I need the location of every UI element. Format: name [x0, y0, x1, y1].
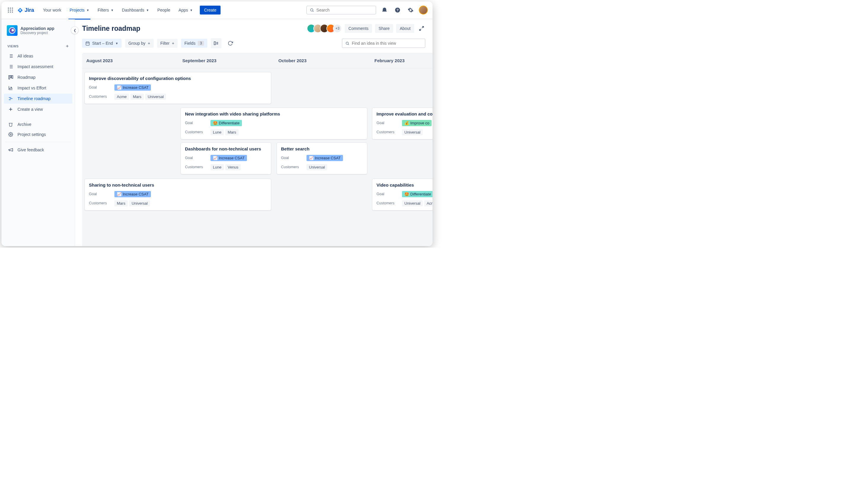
card-title: Sharing to non-technical users	[89, 183, 267, 188]
svg-point-9	[310, 8, 313, 11]
expand-icon[interactable]	[418, 24, 426, 32]
svg-point-5	[12, 10, 13, 11]
sidebar-item-impact-vs-effort[interactable]: Impact vs Effort	[4, 83, 72, 93]
logo-text: Jira	[24, 7, 34, 13]
card-title: New integration with video sharing platf…	[185, 111, 363, 116]
jira-logo[interactable]: Jira	[17, 7, 34, 13]
plus-icon	[7, 107, 14, 112]
customers-label: Customers	[185, 130, 211, 134]
svg-point-32	[12, 88, 12, 89]
search-icon	[310, 8, 314, 13]
svg-line-50	[348, 44, 349, 45]
fields-count-badge: 3	[198, 41, 204, 45]
collaborator-avatars[interactable]: +3	[307, 24, 342, 33]
project-header[interactable]: Appreciation app Discovery project	[4, 24, 72, 41]
app-switcher-icon[interactable]	[6, 6, 15, 14]
trash-icon	[7, 122, 14, 127]
megaphone-icon	[7, 147, 14, 153]
svg-point-6	[8, 12, 9, 13]
card-title: Improve evaluation and co	[377, 111, 433, 116]
sidebar-item-give-feedback[interactable]: Give feedback	[4, 145, 72, 155]
nav-apps[interactable]: Apps▼	[175, 5, 196, 15]
sidebar-item-roadmap[interactable]: Roadmap	[4, 72, 72, 82]
sidebar-item-create-view[interactable]: Create a view	[4, 104, 72, 114]
gear-icon	[7, 132, 14, 137]
chart-icon	[7, 85, 14, 91]
chevron-down-icon: ▼	[115, 42, 118, 45]
svg-line-10	[313, 11, 314, 12]
calendar-icon	[85, 41, 90, 45]
page-title: Timeline roadmap	[82, 24, 140, 33]
share-button[interactable]: Share	[375, 24, 393, 33]
sidebar-item-project-settings[interactable]: Project settings	[4, 130, 72, 139]
svg-rect-26	[11, 76, 12, 78]
goal-tag: 💰 Improve co	[402, 120, 432, 126]
about-button[interactable]: About	[396, 24, 414, 33]
goal-label: Goal	[89, 85, 114, 90]
global-search[interactable]	[306, 6, 376, 15]
nav-dashboards[interactable]: Dashboards▼	[118, 5, 152, 15]
card-title: Video capabilities	[377, 183, 433, 188]
nav-projects[interactable]: Projects▼	[66, 5, 93, 15]
find-idea-search[interactable]	[342, 38, 426, 48]
sidebar-item-impact-assessment[interactable]: Impact assessment	[4, 62, 72, 72]
chevron-down-icon: ▼	[86, 8, 89, 12]
svg-point-30	[10, 88, 11, 89]
sidebar-item-archive[interactable]: Archive	[4, 120, 72, 129]
layout-options-button[interactable]	[211, 38, 221, 48]
chevron-down-icon: ▼	[190, 8, 193, 12]
search-input[interactable]	[316, 8, 373, 13]
sidebar-item-all-ideas[interactable]: All ideas	[4, 51, 72, 61]
search-icon	[345, 41, 349, 45]
customer-tag: Lune	[211, 129, 224, 135]
idea-card[interactable]: Video capabilities Goal 🤩 Differentiate …	[372, 178, 433, 211]
svg-point-49	[346, 42, 348, 44]
goal-tag: 📈 Increase CSAT	[307, 155, 343, 161]
month-header: August 2023	[82, 53, 178, 68]
svg-point-7	[10, 12, 11, 13]
idea-card[interactable]: Improve discoverability of configuration…	[85, 72, 271, 104]
notifications-icon[interactable]	[380, 5, 389, 15]
create-button[interactable]: Create	[200, 6, 220, 15]
svg-text:?: ?	[396, 8, 398, 12]
idea-card[interactable]: Sharing to non-technical users Goal 📈 In…	[85, 178, 271, 211]
customer-tag: Universal	[129, 200, 150, 206]
idea-card[interactable]: Better search Goal 📈 Increase CSAT Custo…	[276, 142, 367, 174]
date-range-chip[interactable]: Start – End ▼	[82, 39, 122, 48]
project-type: Discovery project	[20, 31, 54, 35]
avatar-overflow[interactable]: +3	[333, 24, 342, 33]
month-header: September 2023	[178, 53, 274, 68]
group-by-chip[interactable]: Group by +	[125, 39, 153, 48]
nav-people[interactable]: People	[154, 5, 174, 15]
idea-card[interactable]: Dashboards for non-technical users Goal …	[181, 142, 271, 174]
goal-label: Goal	[89, 192, 114, 196]
refresh-button[interactable]	[225, 38, 236, 48]
sidebar-item-timeline-roadmap[interactable]: Timeline roadmap	[4, 94, 72, 104]
customers-label: Customers	[185, 165, 211, 169]
goal-label: Goal	[281, 156, 307, 160]
collapse-sidebar-button[interactable]: ❮	[71, 26, 78, 34]
svg-point-2	[12, 8, 13, 8]
goal-tag: 📈 Increase CSAT	[114, 191, 151, 197]
plus-icon: +	[148, 41, 150, 45]
month-header: February 2023	[370, 53, 433, 68]
svg-rect-41	[86, 42, 89, 45]
svg-point-3	[8, 10, 9, 11]
user-avatar[interactable]	[419, 6, 428, 15]
customers-label: Customers	[89, 201, 114, 205]
plus-icon: +	[172, 41, 174, 45]
settings-icon[interactable]	[406, 5, 415, 15]
idea-card[interactable]: Improve evaluation and co Goal 💰 Improve…	[372, 108, 433, 139]
help-icon[interactable]: ?	[393, 5, 402, 15]
nav-filters[interactable]: Filters▼	[94, 5, 117, 15]
nav-your-work[interactable]: Your work	[39, 5, 65, 15]
find-idea-input[interactable]	[352, 41, 422, 45]
customers-label: Customers	[377, 130, 402, 134]
add-view-icon[interactable]: +	[66, 43, 69, 49]
idea-card[interactable]: New integration with video sharing platf…	[181, 108, 367, 139]
fields-chip[interactable]: Fields 3	[181, 39, 207, 48]
filter-chip[interactable]: Filter +	[157, 39, 178, 48]
chevron-down-icon: ▼	[111, 8, 113, 12]
comments-button[interactable]: Comments	[345, 24, 372, 33]
goal-label: Goal	[185, 156, 211, 160]
